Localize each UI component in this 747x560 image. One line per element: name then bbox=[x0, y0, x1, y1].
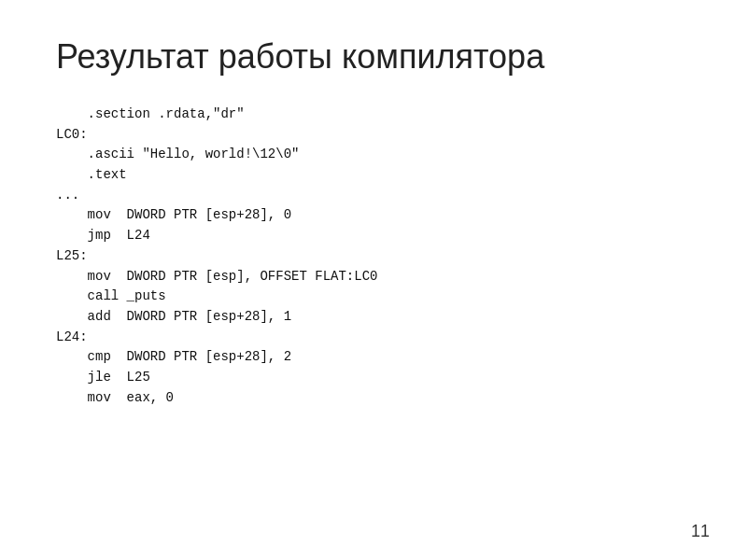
slide-title: Результат работы компилятора bbox=[56, 37, 691, 77]
slide: Результат работы компилятора .section .r… bbox=[0, 0, 747, 560]
code-block: .section .rdata,"dr" LC0: .ascii "Hello,… bbox=[56, 105, 691, 408]
page-number: 11 bbox=[691, 522, 710, 541]
